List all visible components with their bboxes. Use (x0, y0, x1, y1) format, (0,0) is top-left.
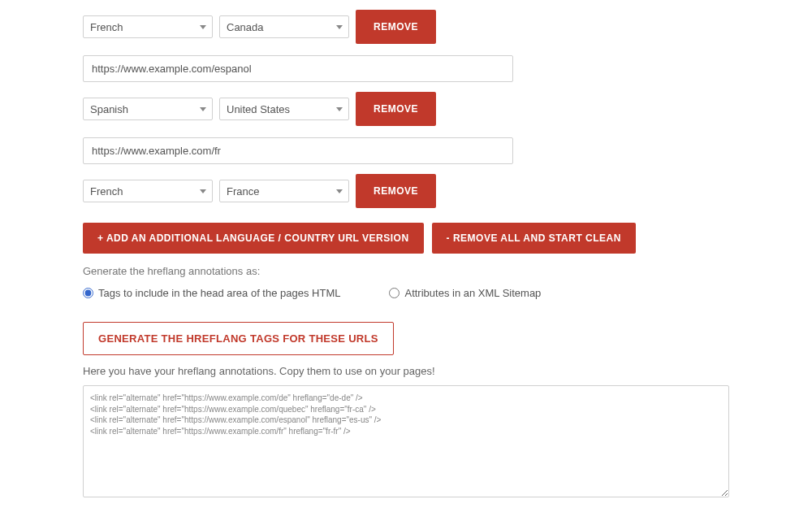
radio-head-label: Tags to include in the head area of the … (98, 287, 340, 299)
remove-all-button[interactable]: - REMOVE ALL AND START CLEAN (432, 223, 636, 254)
generate-button[interactable]: GENERATE THE HREFLANG TAGS FOR THESE URL… (83, 322, 394, 355)
url-input[interactable] (83, 137, 513, 164)
country-select[interactable]: Canada (219, 15, 349, 38)
radio-head-input[interactable] (83, 288, 93, 298)
output-textarea[interactable] (83, 385, 729, 497)
radio-xml-option[interactable]: Attributes in an XML Sitemap (389, 287, 541, 299)
remove-button[interactable]: REMOVE (356, 92, 436, 126)
remove-button[interactable]: REMOVE (356, 174, 436, 208)
radio-xml-label: Attributes in an XML Sitemap (404, 287, 541, 299)
generate-label: Generate the hreflang annotations as: (83, 265, 729, 277)
radio-head-option[interactable]: Tags to include in the head area of the … (83, 287, 340, 299)
remove-button[interactable]: REMOVE (356, 10, 436, 44)
language-select[interactable]: French (83, 15, 213, 38)
radio-xml-input[interactable] (389, 288, 400, 298)
url-input[interactable] (83, 55, 513, 82)
add-language-button[interactable]: + ADD AN ADDITIONAL LANGUAGE / COUNTRY U… (83, 223, 424, 254)
country-select[interactable]: United States (219, 98, 349, 120)
language-select[interactable]: Spanish (83, 98, 213, 120)
help-text: Here you have your hreflang annotations.… (83, 365, 729, 377)
language-select[interactable]: French (83, 180, 213, 202)
country-select[interactable]: France (219, 180, 349, 202)
